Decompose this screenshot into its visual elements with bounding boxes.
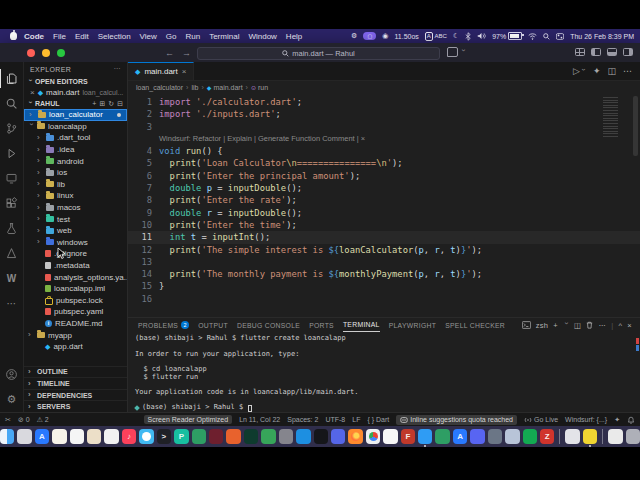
copilot-menu[interactable]: › [447,47,466,57]
refresh-button[interactable]: ↻ [108,100,114,108]
cursor-position[interactable]: Ln 11, Col 22 [239,416,280,423]
sparkle-button[interactable]: ✦ [593,66,601,76]
dock-app-iterm[interactable] [244,429,258,444]
close-window-button[interactable] [27,49,35,57]
open-editors-header[interactable]: › OPEN EDITORS [24,76,127,87]
warnings-count[interactable]: ⚠ 2 [37,416,49,424]
input-source[interactable]: A ABC [425,32,447,41]
tree-item-myapp[interactable]: ›myapp [24,329,127,341]
wifi-icon[interactable] [528,33,537,40]
menu-item-selection[interactable]: Selection [98,32,131,41]
control-center-icon[interactable] [556,33,564,40]
sidebar-more-button[interactable]: ⋯ [114,65,121,73]
windsurf-icon[interactable]: W [0,266,24,291]
toggle-panel-icon[interactable] [607,48,617,56]
dock-app-green-app[interactable] [435,429,449,444]
dock-app-chrome[interactable] [366,429,380,444]
dock-app-appcode[interactable]: A [453,429,467,444]
tree-item--metadata[interactable]: .metadata [24,260,127,272]
forward-button[interactable]: → [182,48,191,58]
dock-app-discord[interactable] [470,429,484,444]
close-tab-icon[interactable]: × [182,67,187,76]
customize-layout-icon[interactable] [575,48,585,56]
tree-item--idea[interactable]: ›.idea [24,144,127,156]
dock-app-firefox[interactable] [348,429,362,444]
tree-item--dart-tool[interactable]: ›.dart_tool [24,132,127,144]
dock-app-downloads-folder[interactable] [565,429,579,444]
dock-app-finder[interactable] [0,429,14,444]
dock-app-google-app[interactable] [383,429,397,444]
breadcrumb-item-main-dart[interactable]: ◆main.dart [207,84,243,91]
maximize-panel-button[interactable]: ^ [618,321,622,330]
tree-item-android[interactable]: ›android [24,155,127,167]
apple-icon[interactable] [10,32,17,40]
settings-icon[interactable]: ⚙ [0,387,24,412]
more-panel-button[interactable]: ⋯ [598,321,606,330]
tree-item-app-dart[interactable]: ◆app.dart [24,341,127,353]
menu-item-view[interactable]: View [140,32,157,41]
tree-item-pubspec-lock[interactable]: pubspec.lock [24,295,127,307]
more-actions-button[interactable]: ⋯ [623,66,632,76]
menu-item-edit[interactable]: Edit [75,32,89,41]
search-icon[interactable] [0,91,24,116]
dock-app-app-store[interactable]: A [35,429,49,444]
toggle-primary-sidebar-icon[interactable] [591,48,601,56]
menu-item-go[interactable]: Go [166,32,177,41]
testing-icon[interactable] [0,216,24,241]
tree-item-readme-md[interactable]: iREADME.md [24,318,127,330]
dock-app-android-studio[interactable] [192,429,206,444]
collapse-all-button[interactable]: ⊟ [117,100,123,108]
dock-app-documents[interactable] [608,429,622,444]
new-terminal-button[interactable]: + [553,321,558,330]
minimize-window-button[interactable] [42,49,50,57]
menu-item-run[interactable]: Run [185,32,200,41]
tree-item-lib[interactable]: ›lib [24,179,127,191]
account-icon[interactable] [0,362,24,387]
tree-item-loancalapp-iml[interactable]: loancalapp.iml [24,283,127,295]
panel-tab-playwright[interactable]: PLAYWRIGHT [389,318,436,332]
dock-app-calculator[interactable] [17,429,31,444]
tree-item-web[interactable]: ›web [24,225,127,237]
section-outline[interactable]: ›OUTLINE [24,366,127,378]
tree-item-pubspec-yaml[interactable]: pubspec.yaml [24,306,127,318]
panel-tab-terminal[interactable]: TERMINAL [343,318,380,332]
tree-item-windows[interactable]: ›windows [24,237,127,249]
workspace-header[interactable]: › RAHUL + ⊞ ↻ ⊟ [24,98,127,109]
remote-explorer-icon[interactable] [0,166,24,191]
dock-app-vscode[interactable] [418,429,432,444]
back-button[interactable]: ← [165,48,174,58]
panel-tab-ports[interactable]: PORTS [309,318,334,332]
menu-item-code[interactable]: Code [24,32,44,41]
editor-scrollbar[interactable] [633,96,638,156]
sparkle-icon[interactable]: ✦ [614,416,620,424]
dock-app-github-desktop[interactable] [314,429,328,444]
breadcrumb-item-loan-calculator[interactable]: loan_calculator [136,84,183,91]
shield-icon[interactable]: ◉ [382,32,388,40]
language-mode[interactable]: { } Dart [367,416,389,423]
tree-item-analysis-options-ya-[interactable]: analysis_options.ya... [24,271,127,283]
more-icon[interactable]: ⋯ [0,291,24,316]
errors-count[interactable]: ⊘ 0 [18,416,30,424]
menu-item-help[interactable]: Help [286,32,302,41]
dock-app-docker[interactable] [296,429,310,444]
tree-item--gitignore[interactable]: .gitignore [24,248,127,260]
dock-app-calendar[interactable] [70,429,84,444]
section-dependencies[interactable]: ›DEPENDENCIES [24,389,127,401]
toggle-secondary-sidebar-icon[interactable] [623,48,633,56]
zoom-window-button[interactable] [57,49,65,57]
close-editor-icon[interactable]: × [30,88,35,97]
menu-item-file[interactable]: File [53,32,66,41]
panel-tab-debug-console[interactable]: DEBUG CONSOLE [237,318,300,332]
dock-app-system-settings[interactable] [279,429,293,444]
tab-main-dart[interactable]: ◆ main.dart × [128,62,194,80]
dock-app-stickies[interactable] [583,429,597,444]
dock-app-terminal[interactable]: > [157,429,171,444]
dock-app-safari[interactable] [139,429,153,444]
minimap[interactable] [603,97,618,139]
source-control-icon[interactable] [0,116,24,141]
run-debug-icon[interactable] [0,141,24,166]
eol-sequence[interactable]: LF [352,416,360,423]
spotlight-icon[interactable] [543,33,550,40]
split-editor-button[interactable]: ◫ [607,66,616,76]
explorer-icon[interactable] [0,66,24,91]
